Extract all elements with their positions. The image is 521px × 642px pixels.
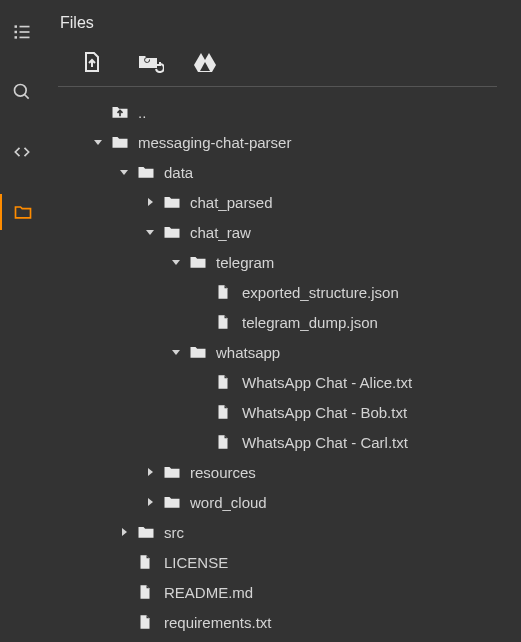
chevron-down-icon[interactable] — [142, 224, 158, 240]
folder-icon — [110, 132, 130, 152]
toolbar — [58, 32, 497, 87]
folder-icon — [162, 462, 182, 482]
file-icon — [214, 432, 234, 452]
tree-row[interactable]: telegram_dump.json — [54, 307, 521, 337]
file-icon — [214, 372, 234, 392]
panel-title: Files — [58, 14, 507, 32]
tree-item-label: WhatsApp Chat - Bob.txt — [242, 404, 407, 421]
tree-item-label: word_cloud — [190, 494, 267, 511]
files-panel: Files ..messaging-chat-parserdatachat_pa… — [44, 0, 521, 642]
tree-row[interactable]: .. — [54, 97, 521, 127]
tree-item-label: .. — [138, 104, 146, 121]
svg-rect-4 — [20, 31, 30, 33]
chevron-down-icon[interactable] — [168, 254, 184, 270]
svg-rect-2 — [15, 36, 18, 38]
folder-icon — [136, 162, 156, 182]
svg-marker-11 — [94, 140, 102, 145]
svg-rect-1 — [15, 31, 18, 34]
tree-item-label: chat_raw — [190, 224, 251, 241]
svg-point-6 — [15, 85, 27, 97]
tree-row[interactable]: README.md — [54, 577, 521, 607]
tree-item-label: WhatsApp Chat - Alice.txt — [242, 374, 412, 391]
svg-marker-16 — [172, 350, 180, 355]
svg-marker-18 — [148, 498, 153, 506]
file-tree[interactable]: ..messaging-chat-parserdatachat_parsedch… — [44, 87, 521, 642]
chevron-right-icon[interactable] — [142, 494, 158, 510]
tree-row[interactable]: WhatsApp Chat - Alice.txt — [54, 367, 521, 397]
file-icon — [136, 582, 156, 602]
tree-item-label: data — [164, 164, 193, 181]
folder-icon — [136, 522, 156, 542]
svg-marker-13 — [148, 198, 153, 206]
tree-row[interactable]: telegram — [54, 247, 521, 277]
svg-marker-12 — [120, 170, 128, 175]
tree-item-label: chat_parsed — [190, 194, 273, 211]
tree-item-label: LICENSE — [164, 554, 228, 571]
chevron-down-icon[interactable] — [168, 344, 184, 360]
left-sidebar — [0, 0, 44, 642]
folder-icon[interactable] — [0, 194, 44, 230]
tree-row[interactable]: whatsapp — [54, 337, 521, 367]
search-icon[interactable] — [0, 74, 44, 110]
svg-marker-17 — [148, 468, 153, 476]
chevron-right-icon[interactable] — [116, 524, 132, 540]
mount-drive-button[interactable] — [192, 50, 218, 76]
tree-row[interactable]: exported_structure.json — [54, 277, 521, 307]
tree-row[interactable]: messaging-chat-parser — [54, 127, 521, 157]
folder-icon — [188, 252, 208, 272]
tree-row[interactable]: WhatsApp Chat - Bob.txt — [54, 397, 521, 427]
tree-item-label: telegram_dump.json — [242, 314, 378, 331]
folder-icon — [162, 222, 182, 242]
parent-folder-icon — [110, 102, 130, 122]
tree-item-label: telegram — [216, 254, 274, 271]
tree-item-label: src — [164, 524, 184, 541]
svg-marker-14 — [146, 230, 154, 235]
chevron-down-icon[interactable] — [90, 134, 106, 150]
tree-row[interactable]: LICENSE — [54, 547, 521, 577]
tree-item-label: requirements.txt — [164, 614, 272, 631]
chevron-down-icon[interactable] — [116, 164, 132, 180]
file-icon — [214, 312, 234, 332]
tree-item-label: exported_structure.json — [242, 284, 399, 301]
file-icon — [214, 282, 234, 302]
toc-icon[interactable] — [0, 14, 44, 50]
tree-row[interactable]: resources — [54, 457, 521, 487]
refresh-folder-button[interactable] — [136, 50, 162, 76]
tree-item-label: messaging-chat-parser — [138, 134, 291, 151]
upload-file-button[interactable] — [80, 50, 106, 76]
code-icon[interactable] — [0, 134, 44, 170]
tree-item-label: resources — [190, 464, 256, 481]
svg-rect-3 — [20, 26, 30, 28]
tree-item-label: README.md — [164, 584, 253, 601]
svg-rect-5 — [20, 37, 30, 39]
svg-rect-0 — [15, 25, 18, 28]
tree-row[interactable]: WhatsApp Chat - Carl.txt — [54, 427, 521, 457]
tree-row[interactable]: word_cloud — [54, 487, 521, 517]
file-icon — [136, 552, 156, 572]
panel-header: Files — [44, 0, 521, 87]
tree-item-label: WhatsApp Chat - Carl.txt — [242, 434, 408, 451]
file-icon — [214, 402, 234, 422]
tree-row[interactable]: src — [54, 517, 521, 547]
tree-row[interactable]: data — [54, 157, 521, 187]
folder-icon — [162, 492, 182, 512]
svg-marker-15 — [172, 260, 180, 265]
tree-row[interactable]: requirements.txt — [54, 607, 521, 637]
file-icon — [136, 612, 156, 632]
chevron-right-icon[interactable] — [142, 464, 158, 480]
tree-row[interactable]: chat_raw — [54, 217, 521, 247]
tree-row[interactable]: chat_parsed — [54, 187, 521, 217]
svg-line-7 — [25, 95, 29, 99]
tree-item-label: whatsapp — [216, 344, 280, 361]
chevron-right-icon[interactable] — [142, 194, 158, 210]
svg-marker-19 — [122, 528, 127, 536]
folder-icon — [162, 192, 182, 212]
folder-icon — [188, 342, 208, 362]
